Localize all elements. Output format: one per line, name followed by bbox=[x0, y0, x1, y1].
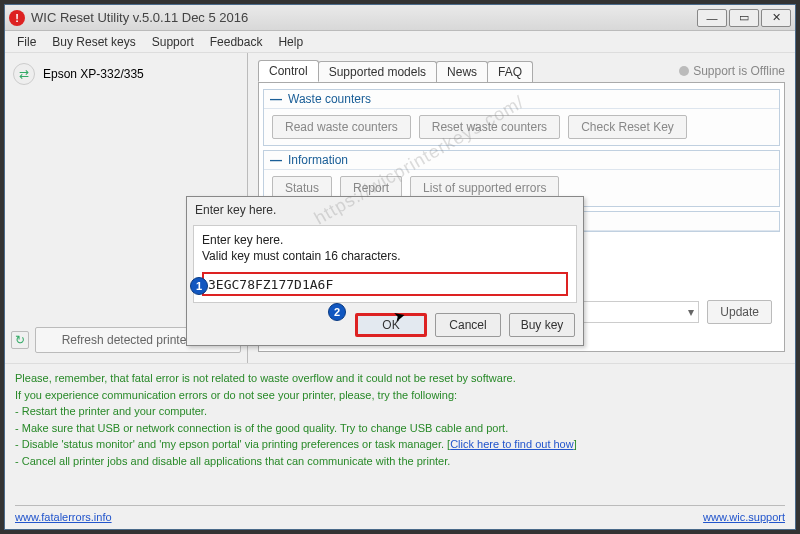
annotation-marker-2: 2 bbox=[328, 303, 346, 321]
chevron-down-icon: ▾ bbox=[688, 305, 694, 319]
minimize-button[interactable]: — bbox=[697, 9, 727, 27]
buy-key-button[interactable]: Buy key bbox=[509, 313, 575, 337]
menu-help[interactable]: Help bbox=[270, 33, 311, 51]
dialog-line1: Enter key here. bbox=[202, 232, 568, 248]
key-input[interactable] bbox=[202, 272, 568, 296]
section-waste: —Waste counters Read waste counters Rese… bbox=[263, 89, 780, 146]
tab-control[interactable]: Control bbox=[258, 60, 319, 82]
help-line: - Cancel all printer jobs and disable al… bbox=[15, 453, 785, 470]
footer-link-left[interactable]: www.fatalerrors.info bbox=[15, 511, 112, 523]
window-title: WIC Reset Utility v.5.0.11 Dec 5 2016 bbox=[31, 10, 695, 25]
help-link[interactable]: Click here to find out how bbox=[450, 438, 574, 450]
ok-button[interactable]: OK bbox=[355, 313, 427, 337]
tab-supported-models[interactable]: Supported models bbox=[318, 61, 437, 82]
close-button[interactable]: ✕ bbox=[761, 9, 791, 27]
help-text-area: Please, remember, that fatal error is no… bbox=[5, 363, 795, 503]
read-waste-button[interactable]: Read waste counters bbox=[272, 115, 411, 139]
printer-item[interactable]: ⇄ Epson XP-332/335 bbox=[11, 59, 241, 89]
minus-icon: — bbox=[270, 92, 282, 106]
dialog-title: Enter key here. bbox=[187, 197, 583, 223]
app-icon: ! bbox=[9, 10, 25, 26]
help-line: - Make sure that USB or network connecti… bbox=[15, 420, 785, 437]
help-line: If you experience communication errors o… bbox=[15, 387, 785, 404]
footer: www.fatalerrors.info www.wic.support bbox=[5, 505, 795, 529]
printer-name: Epson XP-332/335 bbox=[43, 67, 144, 81]
tab-faq[interactable]: FAQ bbox=[487, 61, 533, 82]
section-info-title: Information bbox=[288, 153, 348, 167]
titlebar: ! WIC Reset Utility v.5.0.11 Dec 5 2016 … bbox=[5, 5, 795, 31]
reset-waste-button[interactable]: Reset waste counters bbox=[419, 115, 560, 139]
check-reset-key-button[interactable]: Check Reset Key bbox=[568, 115, 687, 139]
footer-link-right[interactable]: www.wic.support bbox=[703, 511, 785, 523]
tab-news[interactable]: News bbox=[436, 61, 488, 82]
enter-key-dialog: Enter key here. Enter key here. Valid ke… bbox=[186, 196, 584, 346]
help-line: Please, remember, that fatal error is no… bbox=[15, 370, 785, 387]
support-status-label: Support is Offline bbox=[693, 64, 785, 78]
refresh-icon[interactable]: ↻ bbox=[11, 331, 29, 349]
help-line: - Restart the printer and your computer. bbox=[15, 403, 785, 420]
maximize-button[interactable]: ▭ bbox=[729, 9, 759, 27]
support-status: Support is Offline bbox=[679, 64, 785, 78]
help-line: - Disable 'status monitor' and 'my epson… bbox=[15, 436, 785, 453]
menubar: File Buy Reset keys Support Feedback Hel… bbox=[5, 31, 795, 53]
menu-feedback[interactable]: Feedback bbox=[202, 33, 271, 51]
menu-file[interactable]: File bbox=[9, 33, 44, 51]
annotation-marker-1: 1 bbox=[190, 277, 208, 295]
cancel-button[interactable]: Cancel bbox=[435, 313, 501, 337]
dialog-line2: Valid key must contain 16 characters. bbox=[202, 248, 568, 264]
status-dot-icon bbox=[679, 66, 689, 76]
minus-icon: — bbox=[270, 153, 282, 167]
section-waste-title: Waste counters bbox=[288, 92, 371, 106]
menu-support[interactable]: Support bbox=[144, 33, 202, 51]
update-button[interactable]: Update bbox=[707, 300, 772, 324]
usb-icon: ⇄ bbox=[13, 63, 35, 85]
menu-buy[interactable]: Buy Reset keys bbox=[44, 33, 143, 51]
